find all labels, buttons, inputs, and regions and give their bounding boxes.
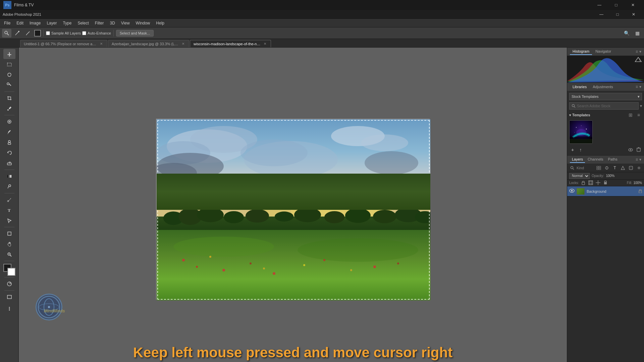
inner-minimize-button[interactable]: — xyxy=(594,9,609,19)
template-item-1[interactable] xyxy=(569,120,593,144)
tab-1[interactable]: Untitled-1 @ 66.7% (Replace or remove a … xyxy=(20,40,107,47)
auto-enhance-input[interactable] xyxy=(82,31,86,35)
sample-all-layers-input[interactable] xyxy=(46,31,50,35)
adjustments-tab[interactable]: Adjustments xyxy=(590,84,616,90)
menu-help[interactable]: Help xyxy=(153,20,167,26)
grid-view-btn[interactable]: ⊞ xyxy=(627,112,634,118)
lock-image-btn[interactable] xyxy=(588,180,594,186)
tab-3-close[interactable]: ✕ xyxy=(263,42,267,46)
sample-all-layers-checkbox[interactable]: Sample All Layers xyxy=(46,31,81,35)
histogram-menu-icon[interactable]: ▾ xyxy=(639,49,641,54)
filter-adj-btn[interactable] xyxy=(603,165,610,171)
blend-mode-select[interactable]: Normal xyxy=(569,173,590,179)
search-btn[interactable]: 🔍 xyxy=(622,29,631,38)
filter-type-btn[interactable] xyxy=(595,165,602,171)
menu-image[interactable]: Image xyxy=(27,20,43,26)
marquee-rect-tool[interactable] xyxy=(3,59,15,69)
filter-effect-btn[interactable] xyxy=(635,165,643,171)
add-library-btn[interactable]: + xyxy=(569,146,576,153)
history-brush-tool[interactable] xyxy=(3,148,15,158)
auto-enhance-checkbox[interactable]: Auto-Enhance xyxy=(82,31,111,35)
maximize-button[interactable]: □ xyxy=(608,0,624,10)
layer-visibility-icon[interactable] xyxy=(569,189,575,194)
navigator-tab[interactable]: Navigator xyxy=(593,48,614,55)
lock-transparent-btn[interactable] xyxy=(580,180,586,186)
brush3-btn[interactable] xyxy=(23,29,33,38)
tab-2[interactable]: Azerbaijan_landscape.jpg @ 33.3% (Layer … xyxy=(108,40,189,47)
menu-view[interactable]: View xyxy=(118,20,132,26)
templates-section-title[interactable]: ▾ Templates ⊞ ≡ xyxy=(569,111,642,119)
layers-tab[interactable]: Layers xyxy=(570,156,585,163)
filter-shape-btn[interactable] xyxy=(619,165,627,171)
shape-tool[interactable] xyxy=(3,229,15,239)
lasso-tool[interactable] xyxy=(3,70,15,80)
minimize-button[interactable]: — xyxy=(592,0,607,10)
list-view-btn[interactable]: ≡ xyxy=(635,112,642,118)
brush-tool-btn[interactable] xyxy=(2,29,11,38)
tab-1-close[interactable]: ✕ xyxy=(99,42,104,46)
healing-brush-tool[interactable] xyxy=(3,117,15,127)
menu-edit[interactable]: Edit xyxy=(14,20,26,26)
crosshair-cursor xyxy=(285,203,291,209)
hand-tool[interactable] xyxy=(3,239,15,249)
menu-select[interactable]: Select xyxy=(75,20,91,26)
lock-artboard-btn[interactable] xyxy=(595,180,601,186)
svg-point-37 xyxy=(331,126,385,146)
lib-collapse-icon[interactable]: ≡ xyxy=(636,84,638,89)
color-swatches[interactable] xyxy=(3,264,15,276)
svg-rect-13 xyxy=(8,143,11,144)
menu-filter[interactable]: Filter xyxy=(92,20,107,26)
tab-3[interactable]: wisconsin-madison-landscape-of-the-natur… xyxy=(190,40,271,47)
menu-type[interactable]: Type xyxy=(60,20,74,26)
clone-stamp-tool[interactable] xyxy=(3,137,15,147)
layer-item-background[interactable]: Background xyxy=(567,186,644,196)
menu-file[interactable]: File xyxy=(1,20,13,26)
close-button[interactable]: ✕ xyxy=(625,0,641,10)
magic-wand-tool[interactable] xyxy=(3,80,15,90)
tab-2-close[interactable]: ✕ xyxy=(181,42,185,46)
gradient-tool[interactable] xyxy=(3,171,15,181)
filter-smart-btn[interactable] xyxy=(627,165,635,171)
upload-library-btn[interactable]: ↑ xyxy=(577,146,584,153)
brush-paint-tool[interactable] xyxy=(3,127,15,137)
color-picker-btn[interactable] xyxy=(34,30,41,37)
find-layer-btn[interactable] xyxy=(569,165,576,171)
channels-tab[interactable]: Channels xyxy=(586,156,605,163)
menu-layer[interactable]: Layer xyxy=(44,20,59,26)
crop-tool[interactable] xyxy=(3,93,15,103)
brush2-btn[interactable] xyxy=(13,29,22,38)
histogram-collapse-icon[interactable]: ≡ xyxy=(636,49,638,54)
lib-menu-icon[interactable]: ▾ xyxy=(639,84,641,89)
zoom-tool[interactable] xyxy=(3,249,15,259)
background-color[interactable] xyxy=(7,268,15,276)
histogram-tab[interactable]: Histogram xyxy=(570,48,592,55)
select-and-mask-button[interactable]: Select and Mask... xyxy=(116,30,154,37)
menu-3d[interactable]: 3D xyxy=(107,20,117,26)
menu-window[interactable]: Window xyxy=(133,20,153,26)
text-tool[interactable]: T xyxy=(3,205,15,215)
filter-text-btn[interactable]: T xyxy=(611,165,619,171)
layers-collapse-icon[interactable]: ≡ xyxy=(636,157,638,162)
inner-maximize-button[interactable]: □ xyxy=(610,9,625,19)
path-select-tool[interactable] xyxy=(3,216,15,226)
layers-menu-icon[interactable]: ▾ xyxy=(639,157,641,162)
trash-library-btn[interactable] xyxy=(635,146,642,153)
dodge-tool[interactable] xyxy=(3,182,15,192)
pen-tool[interactable] xyxy=(3,195,15,205)
lock-all-btn[interactable] xyxy=(602,180,608,186)
libraries-tab[interactable]: Libraries xyxy=(570,84,589,90)
inner-close-button[interactable]: ✕ xyxy=(626,9,641,19)
stock-templates-dropdown[interactable]: Stock Templates ▾ xyxy=(569,93,642,100)
eyedropper-tool[interactable] xyxy=(3,104,15,114)
eye-library-btn[interactable] xyxy=(627,146,634,153)
search-dropdown-icon[interactable]: ▾ xyxy=(640,104,642,108)
canvas-image[interactable] xyxy=(156,119,430,300)
paths-tab[interactable]: Paths xyxy=(606,156,620,163)
screen-mode-btn[interactable] xyxy=(3,292,15,302)
stock-search-bar[interactable]: Search Adobe Stock xyxy=(569,102,639,110)
workspace-btn[interactable]: ▦ xyxy=(633,29,642,38)
extras-btn[interactable] xyxy=(3,304,15,314)
move-tool[interactable] xyxy=(3,49,15,59)
quick-mask-btn[interactable] xyxy=(3,279,15,289)
eraser-tool[interactable] xyxy=(3,158,15,168)
